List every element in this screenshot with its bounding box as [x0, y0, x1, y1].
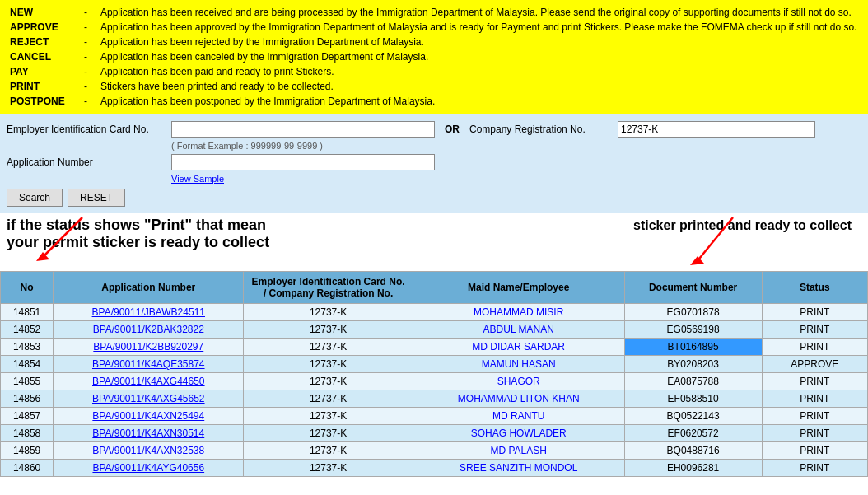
cell-docnum: EF0588510	[624, 390, 762, 408]
cell-no: 14857	[1, 408, 54, 425]
cell-status: PRINT	[762, 321, 867, 339]
table-body: 14851 BPA/90011/JBAWB24511 12737-K MOHAM…	[1, 304, 868, 477]
status-dash: -	[81, 20, 97, 35]
cell-status: PRINT	[762, 373, 867, 390]
or-text: OR	[445, 124, 460, 135]
cell-docnum: EH0096281	[624, 460, 762, 477]
cell-company: 12737-K	[244, 442, 413, 460]
cell-company: 12737-K	[244, 460, 413, 477]
table-section: NoApplication NumberEmployer Identificat…	[0, 271, 868, 477]
cell-status: PRINT	[762, 460, 867, 477]
status-dash: -	[81, 49, 97, 64]
app-num-link[interactable]: BPA/90011/K4AXN30514	[92, 427, 204, 439]
cell-appnum[interactable]: BPA/90011/JBAWB24511	[54, 304, 244, 321]
app-num-link[interactable]: BPA/90011/K4AXN32538	[92, 445, 204, 456]
status-dash: -	[81, 35, 97, 49]
table-header-0: No	[1, 272, 54, 304]
status-label: APPROVE	[7, 20, 81, 35]
status-desc: Application has been approved by the Imm…	[97, 20, 861, 35]
app-num-link[interactable]: BPA/90011/K4AXG44650	[92, 376, 205, 387]
table-header-row: NoApplication NumberEmployer Identificat…	[1, 272, 868, 304]
cell-appnum[interactable]: BPA/90011/K2BB920297	[54, 339, 244, 356]
status-dash: -	[81, 79, 97, 94]
status-desc: Stickers have been printed and ready to …	[97, 79, 861, 94]
annotation-line1: if the status shows "Print" that mean	[7, 217, 269, 234]
table-header-5: Status	[762, 272, 867, 304]
cell-status: PRINT	[762, 339, 867, 356]
status-dash: -	[81, 94, 97, 109]
cell-docnum: BT0164895	[624, 339, 762, 356]
svg-marker-3	[690, 256, 704, 265]
reset-button[interactable]: RESET	[68, 189, 125, 207]
status-label: NEW	[7, 5, 81, 20]
view-sample-link[interactable]: View Sample	[171, 174, 861, 184]
button-row: Search RESET	[7, 189, 861, 207]
cell-status: PRINT	[762, 442, 867, 460]
cell-appnum[interactable]: BPA/90011/K4AQE35874	[54, 356, 244, 373]
status-desc: Application has been postponed by the Im…	[97, 94, 861, 109]
table-header-3: Maid Name/Employee	[413, 272, 624, 304]
legend-row: CANCEL - Application has been canceled b…	[7, 49, 861, 64]
table-row: 14859 BPA/90011/K4AXN32538 12737-K MD PA…	[1, 442, 868, 460]
company-input[interactable]	[618, 121, 815, 138]
app-num-link[interactable]: BPA/90011/K2BB920297	[93, 341, 203, 353]
company-label: Company Registration No.	[469, 124, 618, 135]
cell-appnum[interactable]: BPA/90011/K2BAK32822	[54, 321, 244, 339]
cell-appnum[interactable]: BPA/90011/K4AXN30514	[54, 425, 244, 442]
cell-appnum[interactable]: BPA/90011/K4AXG44650	[54, 373, 244, 390]
cell-maid: MAMUN HASAN	[413, 356, 624, 373]
status-label: REJECT	[7, 35, 81, 49]
cell-maid: SHAGOR	[413, 373, 624, 390]
cell-docnum: EG0569198	[624, 321, 762, 339]
legend-row: NEW - Application has been received and …	[7, 5, 861, 20]
appnum-input[interactable]	[171, 154, 435, 170]
cell-docnum: BY0208203	[624, 356, 762, 373]
cell-company: 12737-K	[244, 390, 413, 408]
table-row: 14853 BPA/90011/K2BB920297 12737-K MD DI…	[1, 339, 868, 356]
table-row: 14856 BPA/90011/K4AXG45652 12737-K MOHAM…	[1, 390, 868, 408]
cell-no: 14856	[1, 390, 54, 408]
search-button[interactable]: Search	[7, 189, 63, 207]
annotation-left: if the status shows "Print" that mean yo…	[7, 217, 269, 251]
cell-company: 12737-K	[244, 321, 413, 339]
cell-appnum[interactable]: BPA/90011/K4AXN32538	[54, 442, 244, 460]
cell-maid: MD PALASH	[413, 442, 624, 460]
app-num-link[interactable]: BPA/90011/K4AQE35874	[92, 358, 205, 370]
cell-docnum: EF0620572	[624, 425, 762, 442]
cell-no: 14854	[1, 356, 54, 373]
status-legend: NEW - Application has been received and …	[0, 0, 868, 114]
cell-maid: SREE SANZITH MONDOL	[413, 460, 624, 477]
cell-appnum[interactable]: BPA/90011/K4AXN25494	[54, 408, 244, 425]
cell-status: PRINT	[762, 304, 867, 321]
cell-status: APPROVE	[762, 356, 867, 373]
cell-no: 14858	[1, 425, 54, 442]
cell-no: 14855	[1, 373, 54, 390]
cell-no: 14851	[1, 304, 54, 321]
employer-input[interactable]	[171, 121, 435, 138]
status-desc: Application has been received and are be…	[97, 5, 861, 20]
status-desc: Application has been rejected by the Imm…	[97, 35, 861, 49]
cell-maid: MOHAMMAD MISIR	[413, 304, 624, 321]
status-dash: -	[81, 64, 97, 79]
status-label: CANCEL	[7, 49, 81, 64]
table-row: 14852 BPA/90011/K2BAK32822 12737-K ABDUL…	[1, 321, 868, 339]
app-num-link[interactable]: BPA/90011/K4AXN25494	[92, 410, 204, 422]
appnum-row: Application Number	[7, 154, 861, 170]
cell-appnum[interactable]: BPA/90011/K4AXG45652	[54, 390, 244, 408]
cell-docnum: BQ0522143	[624, 408, 762, 425]
app-num-link[interactable]: BPA/90011/K4AXG45652	[92, 393, 205, 404]
app-num-link[interactable]: BPA/90011/JBAWB24511	[92, 306, 205, 318]
cell-maid: MD DIDAR SARDAR	[413, 339, 624, 356]
legend-row: PAY - Application has been paid and read…	[7, 64, 861, 79]
table-row: 14851 BPA/90011/JBAWB24511 12737-K MOHAM…	[1, 304, 868, 321]
cell-appnum[interactable]: BPA/90011/K4AYG40656	[54, 460, 244, 477]
cell-company: 12737-K	[244, 373, 413, 390]
cell-company: 12737-K	[244, 408, 413, 425]
app-num-link[interactable]: BPA/90011/K4AYG40656	[92, 462, 204, 474]
status-label: PAY	[7, 64, 81, 79]
app-num-link[interactable]: BPA/90011/K2BAK32822	[93, 324, 204, 335]
status-desc: Application has been canceled by the Imm…	[97, 49, 861, 64]
cell-status: PRINT	[762, 408, 867, 425]
cell-maid: MD RANTU	[413, 408, 624, 425]
cell-company: 12737-K	[244, 356, 413, 373]
